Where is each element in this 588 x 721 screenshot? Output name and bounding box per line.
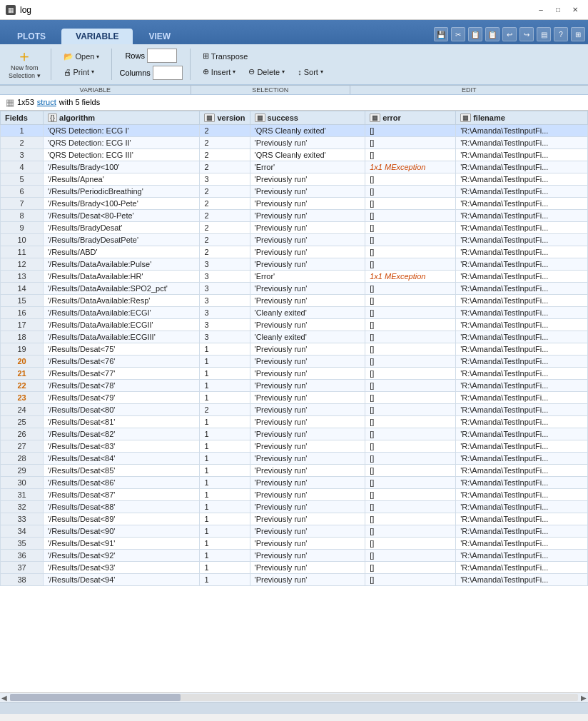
table-row[interactable]: 9'/Results/BradyDesat'2'Previously run'[… bbox=[1, 221, 588, 233]
table-row[interactable]: 14'/Results/DataAvailable:SPO2_pct'3'Pre… bbox=[1, 282, 588, 294]
table-row[interactable]: 5'/Results/Apnea'3'Previously run'[]'R:\… bbox=[1, 173, 588, 185]
tab-variable[interactable]: VARIABLE bbox=[61, 29, 133, 44]
sort-icon: ↕ bbox=[298, 68, 302, 76]
table-row[interactable]: 29'/Results/Desat<85'1'Previously run'[]… bbox=[1, 464, 588, 476]
table-row[interactable]: 18'/Results/DataAvailable:ECGIII'3'Clean… bbox=[1, 331, 588, 343]
table-row[interactable]: 7'/Results/Brady<100-Pete'2'Previously r… bbox=[1, 197, 588, 209]
table-row[interactable]: 12'/Results/DataAvailable:Pulse'3'Previo… bbox=[1, 258, 588, 270]
tab-plots[interactable]: PLOTS bbox=[3, 29, 60, 44]
transpose-button[interactable]: ⊞ Transpose bbox=[198, 49, 253, 63]
table-row[interactable]: 30'/Results/Desat<86'1'Previously run'[]… bbox=[1, 476, 588, 488]
table-row[interactable]: 23'/Results/Desat<79'1'Previously run'[]… bbox=[1, 391, 588, 403]
error-cell: [] bbox=[365, 464, 456, 476]
insert-button[interactable]: ⊕ Insert ▾ bbox=[198, 65, 241, 79]
paste-icon[interactable]: 📋 bbox=[485, 27, 500, 41]
row-number: 23 bbox=[1, 391, 44, 403]
cut-icon[interactable]: ✂ bbox=[451, 27, 465, 41]
columns-input[interactable] bbox=[153, 66, 183, 80]
algorithm-cell: 'QRS Detection: ECG III' bbox=[44, 148, 200, 161]
success-cell: 'Previously run' bbox=[250, 294, 365, 306]
version-cell: 1 bbox=[200, 428, 250, 440]
tab-view[interactable]: VIEW bbox=[134, 29, 185, 44]
table-row[interactable]: 31'/Results/Desat<87'1'Previously run'[]… bbox=[1, 488, 588, 500]
success-cell: 'Cleanly exited' bbox=[250, 306, 365, 318]
algorithm-cell: '/Results/ABD' bbox=[44, 246, 200, 258]
algorithm-cell: '/Results/Desat<77' bbox=[44, 367, 200, 379]
table-row[interactable]: 16'/Results/DataAvailable:ECGI'3'Cleanly… bbox=[1, 306, 588, 318]
columns-label: Columns bbox=[119, 69, 150, 77]
horizontal-scrollbar[interactable]: ◀ ▶ bbox=[0, 692, 588, 702]
algorithm-cell: '/Results/Desat<82' bbox=[44, 428, 200, 440]
table-row[interactable]: 27'/Results/Desat<83'1'Previously run'[]… bbox=[1, 440, 588, 452]
delete-button[interactable]: ⊖ Delete ▾ bbox=[243, 65, 290, 79]
filename-cell: 'R:\Amanda\TestInputFi... bbox=[456, 246, 588, 258]
table-row[interactable]: 6'/Results/PeriodicBreathing'2'Previousl… bbox=[1, 185, 588, 197]
row-number: 18 bbox=[1, 331, 44, 343]
data-table-container[interactable]: Fields {} algorithm ▦ version ▦ bbox=[0, 111, 588, 692]
success-cell: 'Previously run' bbox=[250, 537, 365, 549]
table-row[interactable]: 35'/Results/Desat<91'1'Previously run'[]… bbox=[1, 537, 588, 549]
save-icon[interactable]: 💾 bbox=[434, 27, 448, 41]
minimize-button[interactable]: – bbox=[534, 4, 548, 16]
table-row[interactable]: 1'QRS Detection: ECG I'2'QRS Cleanly exi… bbox=[1, 124, 588, 136]
filename-cell: 'R:\Amanda\TestInputFi... bbox=[456, 282, 588, 294]
maximize-button[interactable]: □ bbox=[551, 4, 565, 16]
toolbar: ＋ New fromSelection ▾ 📂 Open ▾ 🖨 Print ▾… bbox=[0, 44, 588, 85]
version-cell: 3 bbox=[200, 318, 250, 331]
table-row[interactable]: 28'/Results/Desat<84'1'Previously run'[]… bbox=[1, 452, 588, 464]
table-row[interactable]: 33'/Results/Desat<89'1'Previously run'[]… bbox=[1, 513, 588, 525]
table-row[interactable]: 26'/Results/Desat<82'1'Previously run'[]… bbox=[1, 428, 588, 440]
table-row[interactable]: 34'/Results/Desat<90'1'Previously run'[]… bbox=[1, 525, 588, 537]
filename-cell: 'R:\Amanda\TestInputFi... bbox=[456, 391, 588, 403]
table-row[interactable]: 19'/Results/Desat<75'1'Previously run'[]… bbox=[1, 343, 588, 355]
scroll-left-arrow[interactable]: ◀ bbox=[0, 694, 9, 702]
new-from-selection-button[interactable]: ＋ New fromSelection ▾ bbox=[6, 47, 44, 81]
table-row[interactable]: 37'/Results/Desat<93'1'Previously run'[]… bbox=[1, 561, 588, 573]
table-row[interactable]: 22'/Results/Desat<78'1'Previously run'[]… bbox=[1, 379, 588, 391]
success-cell: 'Previously run' bbox=[250, 573, 365, 585]
success-cell: 'QRS Cleanly exited' bbox=[250, 148, 365, 161]
filename-cell: 'R:\Amanda\TestInputFi... bbox=[456, 525, 588, 537]
layout-icon[interactable]: ▤ bbox=[537, 27, 551, 41]
table-row[interactable]: 8'/Results/Desat<80-Pete'2'Previously ru… bbox=[1, 209, 588, 221]
row-number: 20 bbox=[1, 355, 44, 367]
print-button[interactable]: 🖨 Print ▾ bbox=[59, 66, 105, 79]
table-row[interactable]: 21'/Results/Desat<77'1'Previously run'[]… bbox=[1, 367, 588, 379]
window-title: log bbox=[20, 5, 31, 15]
table-row[interactable]: 2'QRS Detection: ECG II'2'Previously run… bbox=[1, 136, 588, 148]
table-row[interactable]: 15'/Results/DataAvailable:Resp'3'Previou… bbox=[1, 294, 588, 306]
sort-button[interactable]: ↕ Sort ▾ bbox=[293, 65, 328, 79]
scroll-track[interactable] bbox=[10, 694, 578, 701]
scroll-right-arrow[interactable]: ▶ bbox=[579, 694, 588, 702]
scroll-thumb[interactable] bbox=[10, 694, 181, 701]
table-row[interactable]: 25'/Results/Desat<81'1'Previously run'[]… bbox=[1, 415, 588, 428]
help-icon[interactable]: ? bbox=[554, 27, 568, 41]
open-button[interactable]: 📂 Open ▾ bbox=[59, 50, 105, 64]
table-row[interactable]: 32'/Results/Desat<88'1'Previously run'[]… bbox=[1, 500, 588, 513]
table-row[interactable]: 11'/Results/ABD'2'Previously run'[]'R:\A… bbox=[1, 246, 588, 258]
table-row[interactable]: 4'/Results/Brady<100'2'Error'1x1 MExcept… bbox=[1, 161, 588, 173]
filename-cell: 'R:\Amanda\TestInputFi... bbox=[456, 331, 588, 343]
table-row[interactable]: 24'/Results/Desat<80'2'Previously run'[]… bbox=[1, 403, 588, 415]
copy-icon[interactable]: 📋 bbox=[468, 27, 482, 41]
error-cell: [] bbox=[365, 476, 456, 488]
table-row[interactable]: 38'/Results/Desat<94'1'Previously run'[]… bbox=[1, 573, 588, 585]
row-number: 1 bbox=[1, 124, 44, 136]
version-cell: 2 bbox=[200, 148, 250, 161]
close-button[interactable]: ✕ bbox=[568, 4, 582, 16]
version-cell: 1 bbox=[200, 343, 250, 355]
expand-icon[interactable]: ⊞ bbox=[571, 27, 585, 41]
table-row[interactable]: 13'/Results/DataAvailable:HR'3'Error'1x1… bbox=[1, 270, 588, 282]
error-cell: [] bbox=[365, 246, 456, 258]
success-cell: 'Previously run' bbox=[250, 355, 365, 367]
table-row[interactable]: 20'/Results/Desat<76'1'Previously run'[]… bbox=[1, 355, 588, 367]
table-row[interactable]: 36'/Results/Desat<92'1'Previously run'[]… bbox=[1, 549, 588, 561]
filename-cell: 'R:\Amanda\TestInputFi... bbox=[456, 452, 588, 464]
table-row[interactable]: 17'/Results/DataAvailable:ECGII'3'Previo… bbox=[1, 318, 588, 331]
table-row[interactable]: 3'QRS Detection: ECG III'2'QRS Cleanly e… bbox=[1, 148, 588, 161]
redo-icon[interactable]: ↪ bbox=[519, 27, 534, 41]
undo-icon[interactable]: ↩ bbox=[502, 27, 517, 41]
algorithm-cell: '/Results/DataAvailable:ECGI' bbox=[44, 306, 200, 318]
rows-input[interactable] bbox=[147, 49, 177, 63]
table-row[interactable]: 10'/Results/BradyDesatPete'2'Previously … bbox=[1, 233, 588, 246]
